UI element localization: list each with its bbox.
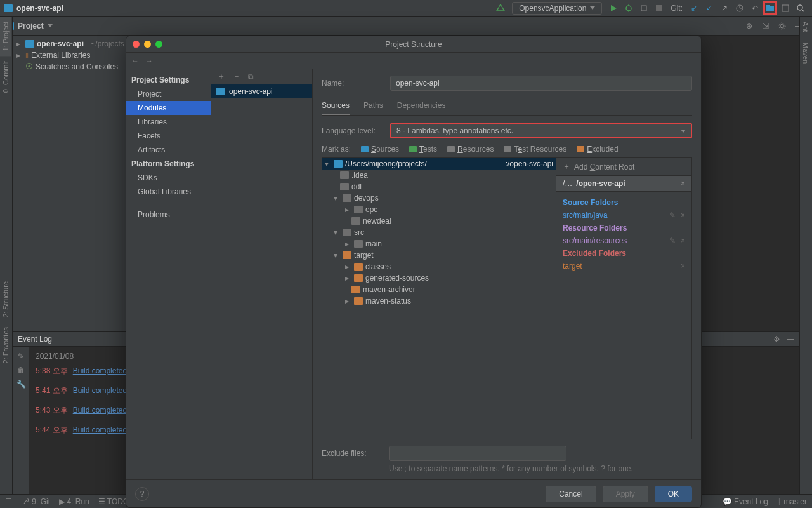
wrench-icon[interactable]: 🔧: [16, 380, 26, 389]
right-gutter: Ant Maven: [799, 17, 812, 494]
history-icon[interactable]: [733, 2, 746, 15]
mark-tests[interactable]: Tests: [409, 145, 437, 154]
edit-icon[interactable]: ✎: [669, 236, 676, 245]
lang-level-label: Language level:: [322, 126, 383, 135]
close-icon[interactable]: ×: [681, 262, 685, 271]
help-icon[interactable]: ?: [135, 487, 149, 501]
folder-row[interactable]: target×: [563, 260, 685, 272]
close-icon: [133, 41, 140, 48]
select-opened-icon[interactable]: ⊕: [743, 20, 755, 32]
tool-window-label[interactable]: Project: [18, 22, 44, 30]
status-indicator[interactable]: ☐: [5, 497, 12, 506]
ok-button[interactable]: OK: [655, 486, 692, 502]
svg-rect-8: [782, 5, 789, 11]
event-link[interactable]: Build completed: [73, 386, 127, 395]
folder-row[interactable]: src/main/resources✎×: [563, 235, 685, 246]
edit-icon[interactable]: ✎: [18, 352, 24, 361]
add-icon[interactable]: ＋: [218, 71, 225, 82]
tab-maven[interactable]: Maven: [800, 37, 811, 69]
tool-window-header: Project ⊕ ⇲ —: [0, 17, 812, 36]
sidebar-sdks[interactable]: SDKs: [126, 171, 211, 185]
trash-icon[interactable]: 🗑: [17, 366, 25, 375]
copy-icon[interactable]: ⧉: [248, 72, 254, 81]
edit-icon[interactable]: ✎: [669, 211, 676, 220]
content-roots-panel: ＋Add Content Root /…/open-svc-api × Sour…: [556, 157, 692, 439]
sidebar-project[interactable]: Project: [126, 87, 211, 101]
revert-icon[interactable]: ↶: [749, 2, 761, 15]
sidebar-libraries[interactable]: Libraries: [126, 115, 211, 129]
debug-icon[interactable]: [622, 2, 635, 15]
sidebar-header: Project Settings: [126, 73, 211, 87]
gear-icon[interactable]: [776, 20, 788, 32]
svg-rect-4: [656, 5, 662, 11]
svg-point-9: [797, 5, 802, 10]
settings-sidebar: Project Settings Project Modules Librari…: [126, 69, 211, 479]
status-branch[interactable]: ᚿ master: [777, 497, 807, 506]
tab-paths[interactable]: Paths: [363, 97, 383, 115]
run-config-selector[interactable]: OpensvcApplication: [512, 2, 602, 15]
event-log-tools: ✎ 🗑 🔧: [13, 347, 29, 494]
tab-favorites[interactable]: 2: Favorites: [0, 322, 11, 368]
mark-as-label: Mark as:: [322, 145, 351, 154]
cancel-button[interactable]: Cancel: [546, 486, 596, 502]
mark-resources[interactable]: Resources: [447, 145, 494, 154]
settings-icon[interactable]: [779, 2, 792, 15]
sidebar-artifacts[interactable]: Artifacts: [126, 143, 211, 157]
search-icon[interactable]: [794, 2, 807, 15]
project-icon: [4, 4, 13, 12]
content-root[interactable]: ▾/Users/mijeong/projects/:/open-svc-api: [322, 158, 556, 170]
chevron-down-icon[interactable]: [48, 24, 53, 27]
main-toolbar: open-svc-api OpensvcApplication Git: ↙ ✓…: [0, 0, 812, 17]
folder-row[interactable]: src/main/java✎×: [563, 210, 685, 221]
project-name: open-svc-api: [16, 4, 63, 13]
status-event-log[interactable]: 💬 Event Log: [723, 497, 768, 506]
hide-icon[interactable]: —: [787, 335, 794, 344]
git-push-icon[interactable]: ↗: [718, 2, 731, 15]
sidebar-global-libs[interactable]: Global Libraries: [126, 185, 211, 199]
sidebar-facets[interactable]: Facets: [126, 129, 211, 143]
close-icon[interactable]: ×: [681, 236, 685, 245]
tab-sources[interactable]: Sources: [322, 97, 350, 115]
project-structure-icon[interactable]: [764, 2, 776, 15]
expand-all-icon[interactable]: ⇲: [760, 20, 771, 32]
stop-icon[interactable]: [653, 2, 665, 15]
apply-button[interactable]: Apply: [603, 486, 648, 502]
mark-test-resources[interactable]: Test Resources: [504, 145, 566, 154]
project-structure-dialog: Project Structure ← → Project Settings P…: [126, 36, 702, 508]
remove-icon[interactable]: －: [233, 71, 240, 82]
close-icon[interactable]: ×: [681, 179, 685, 188]
content-root-path[interactable]: /…/open-svc-api ×: [556, 176, 691, 192]
event-link[interactable]: Build completed: [73, 366, 127, 375]
event-link[interactable]: Build completed: [73, 425, 127, 434]
module-item[interactable]: open-svc-api: [211, 84, 312, 98]
tab-project[interactable]: 1: Project: [0, 17, 11, 56]
mark-excluded[interactable]: Excluded: [577, 145, 618, 154]
dialog-title: Project Structure: [385, 40, 442, 49]
tab-dependencies[interactable]: Dependencies: [397, 97, 446, 115]
sidebar-problems[interactable]: Problems: [126, 208, 211, 222]
forward-icon[interactable]: →: [145, 57, 153, 65]
sidebar-modules[interactable]: Modules: [126, 101, 211, 115]
event-link[interactable]: Build completed: [73, 406, 127, 415]
gear-icon[interactable]: ⚙: [773, 335, 780, 344]
back-icon[interactable]: ←: [131, 57, 139, 65]
build-icon[interactable]: [494, 2, 507, 15]
status-git[interactable]: ⎇ 9: Git: [21, 497, 50, 506]
exclude-files-input[interactable]: [389, 446, 566, 461]
status-run[interactable]: ▶ 4: Run: [59, 497, 89, 506]
add-content-root[interactable]: ＋Add Content Root: [556, 158, 691, 176]
lang-level-select[interactable]: 8 - Lambdas, type annotations etc.: [390, 123, 692, 138]
git-commit-icon[interactable]: ✓: [703, 2, 716, 15]
tab-commit[interactable]: 0: Commit: [0, 56, 11, 98]
content-tree[interactable]: ▾/Users/mijeong/projects/:/open-svc-api …: [322, 157, 556, 439]
window-controls[interactable]: [133, 41, 162, 48]
close-icon[interactable]: ×: [681, 211, 685, 220]
tab-ant[interactable]: Ant: [800, 17, 811, 37]
run-icon[interactable]: [607, 2, 620, 15]
status-todo[interactable]: ☰ TODO: [98, 497, 129, 506]
coverage-icon[interactable]: [638, 2, 650, 15]
tab-structure[interactable]: 2: Structure: [0, 276, 11, 323]
module-name-input[interactable]: [390, 76, 692, 91]
git-pull-icon[interactable]: ↙: [688, 2, 700, 15]
mark-sources[interactable]: Sources: [361, 145, 399, 154]
